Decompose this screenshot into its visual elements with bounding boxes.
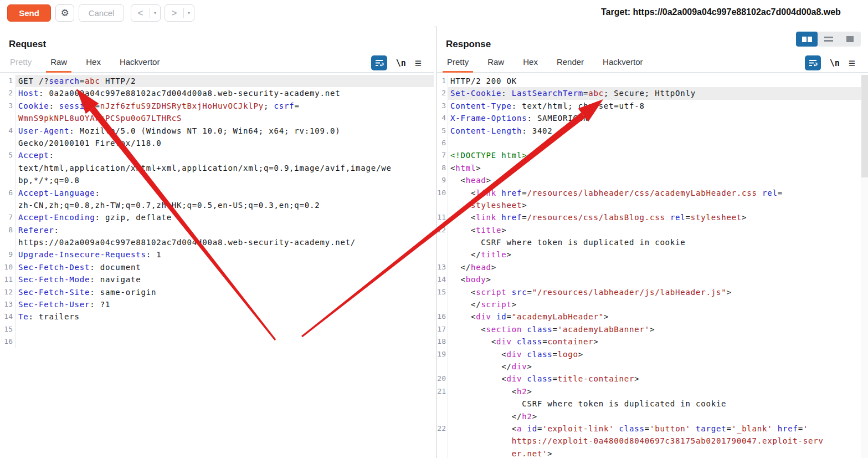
- request-code-row[interactable]: 8Referer:: [0, 224, 434, 236]
- request-code-row[interactable]: https://0a2a009a04c997e88102ac7d004d00a8…: [0, 236, 434, 248]
- code-line[interactable]: text/html,application/xhtml+xml,applicat…: [16, 162, 434, 174]
- code-line[interactable]: er.net'>: [448, 447, 868, 458]
- response-code-row[interactable]: 15 <script src="/resources/labheader/js/…: [437, 286, 868, 298]
- response-code-row[interactable]: 12 <title>: [437, 224, 868, 236]
- response-scrollbar[interactable]: [861, 75, 868, 458]
- code-line[interactable]: Gecko/20100101 Firefox/118.0: [16, 137, 434, 149]
- code-line[interactable]: <html>: [448, 162, 868, 174]
- forward-dropdown-icon[interactable]: ▾: [184, 11, 194, 16]
- code-line[interactable]: Sec-Fetch-Mode: navigate: [16, 273, 434, 286]
- code-line[interactable]: Accept:: [16, 149, 434, 161]
- response-code-row[interactable]: 4X-Frame-Options: SAMEORIGIN: [437, 112, 868, 124]
- code-line[interactable]: Sec-Fetch-Dest: document: [16, 261, 434, 273]
- response-code-row[interactable]: https://exploit-0a4800d8040697c38175ab02…: [437, 435, 868, 447]
- code-line[interactable]: GET /?search=abc HTTP/2: [16, 75, 434, 87]
- code-line[interactable]: <div class=title-container>: [448, 373, 868, 385]
- response-code-row[interactable]: 22 <a id='exploit-link' class='button' t…: [437, 423, 868, 435]
- response-code-row[interactable]: 2Set-Cookie: LastSearchTerm=abc; Secure;…: [437, 87, 868, 99]
- word-wrap-toggle-button[interactable]: [805, 55, 821, 70]
- response-tab-hex[interactable]: Hex: [518, 53, 542, 73]
- code-line[interactable]: Sec-Fetch-Site: same-origin: [16, 286, 434, 298]
- request-code-row[interactable]: 10Sec-Fetch-Dest: document: [0, 261, 434, 273]
- code-line[interactable]: https://0a2a009a04c997e88102ac7d004d00a8…: [16, 236, 434, 248]
- request-code-row[interactable]: Gecko/20100101 Firefox/118.0: [0, 137, 434, 149]
- request-code-row[interactable]: 16: [0, 335, 434, 348]
- code-line[interactable]: Referer:: [16, 224, 434, 236]
- request-code-row[interactable]: 2Host: 0a2a009a04c997e88102ac7d004d00a8.…: [0, 87, 434, 99]
- code-line[interactable]: <head>: [448, 174, 868, 186]
- code-line[interactable]: <!DOCTYPE html>: [448, 149, 868, 161]
- code-line[interactable]: Host: 0a2a009a04c997e88102ac7d004d00a8.w…: [16, 87, 434, 99]
- code-line[interactable]: bp,*/*;q=0.8: [16, 174, 434, 186]
- history-back-button[interactable]: < ▾: [131, 4, 161, 22]
- code-line[interactable]: [16, 323, 434, 335]
- response-code-row[interactable]: 7<!DOCTYPE html>: [437, 149, 868, 161]
- editor-menu-icon[interactable]: ≡: [849, 57, 855, 69]
- request-code-row[interactable]: bp,*/*;q=0.8: [0, 174, 434, 186]
- code-line[interactable]: <h2>: [448, 385, 868, 398]
- history-forward-button[interactable]: > ▾: [165, 4, 194, 22]
- request-tab-hex[interactable]: Hex: [81, 53, 105, 73]
- response-code-row[interactable]: CSRF where token is duplicated in cookie: [437, 398, 868, 410]
- code-line[interactable]: <a id='exploit-link' class='button' targ…: [448, 423, 868, 435]
- request-code-row[interactable]: 6Accept-Language:: [0, 187, 434, 199]
- response-code-row[interactable]: </div>: [437, 360, 868, 373]
- show-newlines-toggle[interactable]: \n: [830, 58, 840, 68]
- response-code-row[interactable]: 8<html>: [437, 162, 868, 174]
- response-code-row[interactable]: 17 <section class='academyLabBanner'>: [437, 323, 868, 335]
- code-line[interactable]: Te: trailers: [16, 311, 434, 323]
- code-line[interactable]: Content-Length: 3402: [448, 125, 868, 137]
- request-tab-hackvertor[interactable]: Hackvertor: [115, 53, 165, 73]
- code-line[interactable]: <link href=/resources/labheader/css/acad…: [448, 187, 868, 199]
- cancel-button[interactable]: Cancel: [79, 4, 124, 22]
- request-code-row[interactable]: 5Accept:: [0, 149, 434, 161]
- response-tab-pretty[interactable]: Pretty: [443, 53, 473, 73]
- code-line[interactable]: stylesheet>: [448, 199, 868, 211]
- code-line[interactable]: <div class=logo>: [448, 348, 868, 360]
- layout-split-rows-button[interactable]: [818, 32, 839, 47]
- settings-button[interactable]: ⚙: [55, 4, 74, 22]
- request-code-row[interactable]: 7Accept-Encoding: gzip, deflate: [0, 211, 434, 223]
- code-line[interactable]: </title>: [448, 248, 868, 261]
- response-code-row[interactable]: 16 <div id="academyLabHeader">: [437, 311, 868, 323]
- response-code-row[interactable]: </title>: [437, 248, 868, 261]
- request-code-row[interactable]: 9Upgrade-Insecure-Requests: 1: [0, 248, 434, 261]
- code-line[interactable]: Content-Type: text/html; charset=utf-8: [448, 100, 868, 112]
- code-line[interactable]: <div class=container>: [448, 335, 868, 348]
- code-line[interactable]: <link href=/resources/css/labsBlog.css r…: [448, 211, 868, 223]
- code-line[interactable]: </head>: [448, 261, 868, 273]
- code-line[interactable]: Cookie: session=nJzf6zfuS9ZDHSRytBxjHoHu…: [16, 100, 434, 112]
- code-line[interactable]: zh-CN,zh;q=0.8,zh-TW;q=0.7,zh-HK;q=0.5,e…: [16, 199, 434, 211]
- code-line[interactable]: [16, 335, 434, 348]
- response-tab-raw[interactable]: Raw: [483, 53, 509, 73]
- response-code-row[interactable]: 18 <div class=container>: [437, 335, 868, 348]
- layout-split-columns-button[interactable]: [796, 32, 818, 47]
- response-code-row[interactable]: 3Content-Type: text/html; charset=utf-8: [437, 100, 868, 112]
- response-code-row[interactable]: 10 <link href=/resources/labheader/css/a…: [437, 187, 868, 199]
- request-code-row[interactable]: 1GET /?search=abc HTTP/2: [0, 75, 434, 87]
- code-line[interactable]: [448, 137, 868, 149]
- response-code-row[interactable]: 14 <body>: [437, 273, 868, 286]
- response-code-row[interactable]: </script>: [437, 298, 868, 311]
- request-editor[interactable]: 1GET /?search=abc HTTP/22Host: 0a2a009a0…: [0, 75, 434, 458]
- editor-menu-icon[interactable]: ≡: [415, 57, 422, 69]
- response-code-row[interactable]: 6: [437, 137, 868, 149]
- code-line[interactable]: Accept-Language:: [16, 187, 434, 199]
- show-newlines-toggle[interactable]: \n: [396, 58, 406, 68]
- code-line[interactable]: User-Agent: Mozilla/5.0 (Windows NT 10.0…: [16, 125, 434, 137]
- response-code-row[interactable]: er.net'>: [437, 447, 868, 458]
- request-code-row[interactable]: 11Sec-Fetch-Mode: navigate: [0, 273, 434, 286]
- code-line[interactable]: Set-Cookie: LastSearchTerm=abc; Secure; …: [448, 87, 868, 99]
- response-code-row[interactable]: 5Content-Length: 3402: [437, 125, 868, 137]
- request-code-row[interactable]: 14Te: trailers: [0, 311, 434, 323]
- response-code-row[interactable]: 11 <link href=/resources/css/labsBlog.cs…: [437, 211, 868, 223]
- response-code-row[interactable]: 20 <div class=title-container>: [437, 373, 868, 385]
- code-line[interactable]: CSRF where token is duplicated in cookie: [448, 398, 868, 410]
- request-code-row[interactable]: 4User-Agent: Mozilla/5.0 (Windows NT 10.…: [0, 125, 434, 137]
- code-line[interactable]: </h2>: [448, 410, 868, 423]
- request-tab-raw[interactable]: Raw: [46, 53, 71, 73]
- response-tab-render[interactable]: Render: [552, 53, 588, 73]
- code-line[interactable]: WmnS9pkNPL8uOYAFsPCSpu0oG7LTHRcS: [16, 112, 434, 124]
- code-line[interactable]: <script src="/resources/labheader/js/lab…: [448, 286, 868, 298]
- code-line[interactable]: https://exploit-0a4800d8040697c38175ab02…: [448, 435, 868, 447]
